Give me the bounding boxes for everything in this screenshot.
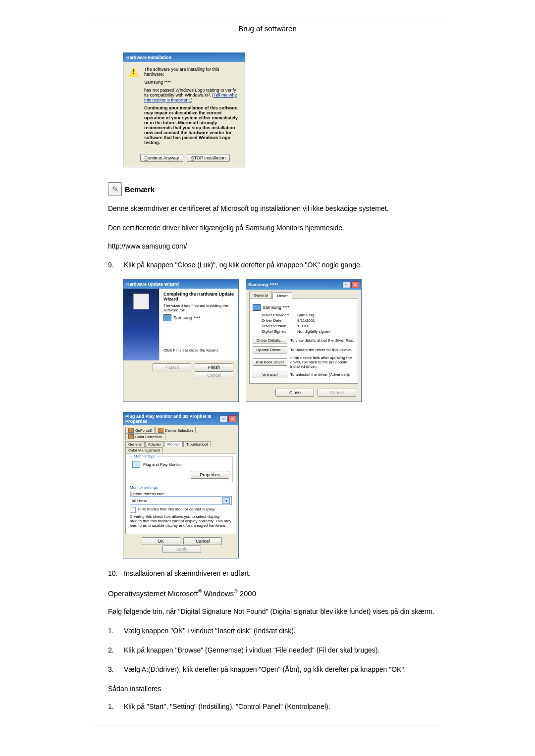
hide-modes-checkbox[interactable] <box>130 507 136 513</box>
display-properties-dialog: Plug and Play Monitor and 3D Prophet III… <box>123 412 239 558</box>
samsung-url: http://www.samsung.com/ <box>108 242 446 250</box>
step-number: 2. <box>108 645 124 655</box>
help-icon[interactable]: ? <box>342 281 350 288</box>
note-icon: ✎ <box>108 182 122 196</box>
monitor-icon <box>163 314 171 321</box>
step-text: Klik på knappen "Close (Luk)", og klik d… <box>124 260 446 270</box>
section-heading: Operativsystemet Microsoft® Windows® 200… <box>108 589 446 598</box>
cancel-button: Cancel <box>195 371 233 379</box>
help-icon[interactable]: ? <box>219 415 227 422</box>
note-label: Bemærk <box>125 185 155 194</box>
close-icon[interactable]: ✕ <box>228 415 236 422</box>
step-text: Vælg A:(D:\driver), klik derefter på kna… <box>124 664 446 675</box>
warning-icon: ! <box>128 67 139 77</box>
step-number: 10. <box>108 568 124 579</box>
wizard-icon <box>133 294 149 309</box>
list-item: 2. Klik på knappen "Browse" (Gennemse) i… <box>108 645 446 655</box>
stop-installation-button[interactable]: STOP Installation <box>187 154 230 162</box>
nvidia-icon <box>128 434 134 439</box>
tab-color-correction[interactable]: Color Correction <box>125 433 165 440</box>
label: Screen refresh rate: <box>130 492 232 496</box>
label: Driver Date: <box>262 318 297 323</box>
nvidia-icon <box>158 428 163 433</box>
tab-adapter[interactable]: Adapter <box>145 441 164 447</box>
monitor-icon <box>132 461 140 468</box>
tab-general[interactable]: General <box>125 441 145 447</box>
monitor-icon <box>253 304 261 311</box>
dialog-warning-text: Continuing your installation of this sof… <box>144 105 239 145</box>
step-text: Klik på knappen "Browse" (Gennemse) i vi… <box>124 645 446 655</box>
body-text: Den certificerede driver bliver tilgænge… <box>108 223 446 233</box>
value: Samsung <box>297 313 314 317</box>
device-name: Samsung **** <box>173 315 201 320</box>
dialog-title: Plug and Play Monitor and 3D Prophet III… <box>125 414 219 424</box>
tab-device-selection[interactable]: Device Selection <box>155 427 196 433</box>
roll-back-driver-button[interactable]: Roll Back Driver <box>253 358 287 366</box>
device-name: Samsung **** <box>263 305 290 310</box>
list-item: 9. Klik på knappen "Close (Luk)", og kli… <box>108 260 446 270</box>
tab-monitor[interactable]: Monitor <box>164 441 183 447</box>
button-description: To view details about the driver files. <box>290 338 355 343</box>
driver-details-button[interactable]: Driver Details... <box>253 337 287 344</box>
button-description: To uninstall the driver (Advanced). <box>290 372 355 377</box>
step-number: 1. <box>108 626 124 636</box>
label: Driver Provider: <box>262 313 297 317</box>
wizard-subtext: The wizard has finished installing the s… <box>163 303 234 312</box>
label: Digital Signer: <box>262 329 297 334</box>
tab-driver[interactable]: Driver <box>272 292 292 299</box>
value: 1.0.0.0 <box>297 324 309 328</box>
list-item: 1. Vælg knappen "OK" i vinduet "Insert d… <box>108 626 446 636</box>
back-button: < Back <box>153 363 191 371</box>
device-name: Samsung **** <box>144 80 239 85</box>
step-number: 9. <box>108 260 124 270</box>
body-text: Denne skærmdriver er certificeret af Mic… <box>108 203 446 214</box>
dialog-text: The software you are installing for this… <box>144 67 239 77</box>
step-number: 3. <box>108 664 124 675</box>
apply-button: Apply <box>162 545 201 553</box>
groupbox-title: Monitor settings <box>130 485 158 490</box>
value: 9/11/2001 <box>297 318 315 323</box>
button-description: If the device fails after updating the d… <box>290 355 355 369</box>
hardware-installation-dialog: Hardware Installation ! The software you… <box>123 52 245 167</box>
tab-geforce3[interactable]: GeForce3 <box>125 427 155 433</box>
list-item: 10. Installationen af skærmdriveren er u… <box>108 568 446 579</box>
dialog-title: Hardware Installation <box>123 53 245 62</box>
chevron-down-icon: ▾ <box>222 497 230 504</box>
wizard-heading: Completing the Hardware Update Wizard <box>163 292 234 302</box>
wizard-hint: Click Finish to close the wizard. <box>163 348 234 353</box>
tab-color-management[interactable]: Color Management <box>125 447 163 453</box>
step-text: Installationen af skærmdriveren er udfør… <box>124 568 446 579</box>
list-item: 3. Vælg A:(D:\driver), klik derefter på … <box>108 664 446 675</box>
tab-troubleshoot[interactable]: Troubleshoot <box>183 441 211 447</box>
page-header: Brug af softwaren <box>89 24 446 33</box>
groupbox-title: Monitor type <box>132 454 157 458</box>
body-text: Følg følgende trin, når "Digital Signatu… <box>108 606 446 617</box>
hardware-update-wizard-dialog: Hardware Update Wizard Completing the Ha… <box>123 279 239 402</box>
section-heading: Sådan installeres <box>108 685 446 693</box>
close-button[interactable]: Close <box>275 389 314 397</box>
step-text: Vælg knappen "OK" i vinduet "Insert disk… <box>124 626 446 636</box>
list-item: 1. Klik på "Start", "Setting" (Indstilli… <box>108 702 446 712</box>
uninstall-button[interactable]: Uninstall <box>253 371 287 378</box>
close-icon[interactable]: ✕ <box>351 281 359 288</box>
dialog-title: Samsung ***** <box>248 282 278 287</box>
wizard-sidebar <box>123 289 159 360</box>
driver-properties-dialog: Samsung ***** ? ✕ General Driver Samsung… <box>246 279 362 402</box>
refresh-rate-select[interactable]: 60 Hertz ▾ <box>130 496 232 505</box>
value: Not digitally signed <box>297 329 330 334</box>
continue-anyway-button[interactable]: Continue Anyway <box>140 154 184 162</box>
update-driver-button[interactable]: Update Driver... <box>253 346 287 353</box>
step-number: 1. <box>108 702 124 712</box>
tab-general[interactable]: General <box>249 292 272 299</box>
cancel-button[interactable]: Cancel <box>183 537 222 545</box>
label: Driver Version: <box>262 324 297 328</box>
monitor-name: Plug and Play Monitor <box>143 462 182 467</box>
ok-button[interactable]: OK <box>142 537 180 545</box>
dialog-title: Hardware Update Wizard <box>123 280 238 289</box>
dialog-text: has not passed Windows Logo testing to v… <box>144 88 239 102</box>
nvidia-icon <box>128 428 134 433</box>
finish-button[interactable]: Finish <box>195 363 233 371</box>
cancel-button: Cancel <box>318 389 356 397</box>
step-text: Klik på "Start", "Setting" (Indstilling)… <box>124 702 446 712</box>
properties-button[interactable]: Properties <box>191 471 229 479</box>
